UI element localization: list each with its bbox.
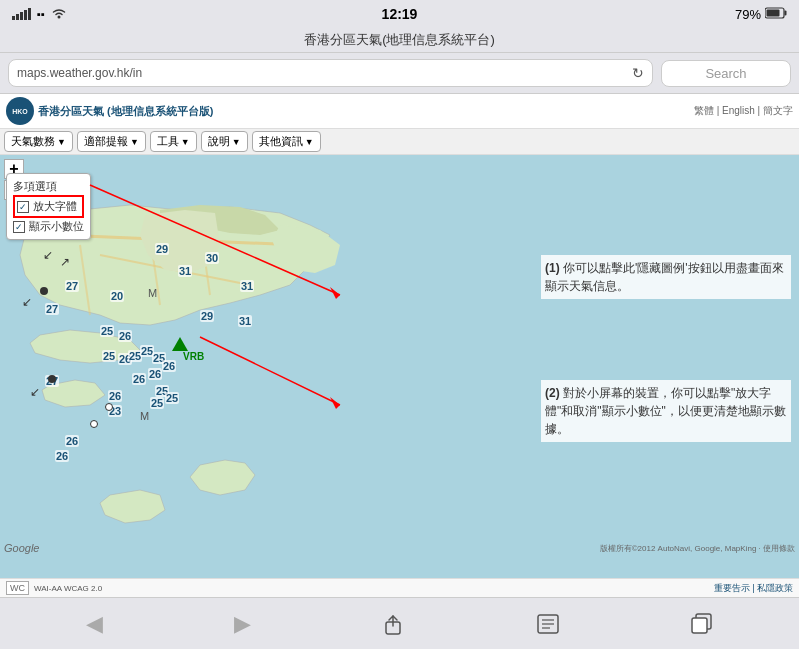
annotation-2-label: (2) <box>545 386 560 400</box>
svg-rect-31 <box>692 618 707 633</box>
station-dot-1 <box>40 287 48 295</box>
tools-arrow: ▼ <box>181 137 190 147</box>
large-font-item[interactable]: ✓ 放大字體 <box>13 195 84 218</box>
signal-bars <box>12 8 31 20</box>
share-button[interactable] <box>382 612 404 636</box>
map-background <box>0 155 799 578</box>
status-bar: ▪▪ 12:19 79% <box>0 0 799 28</box>
temp-31-2: 31 <box>240 280 254 292</box>
temp-30-1: 30 <box>205 252 219 264</box>
website-header: HKO 香港分區天氣 (地理信息系統平台版) 繁體 | English | 簡文… <box>0 94 799 129</box>
bookmark-button[interactable] <box>536 613 560 635</box>
search-input[interactable]: Search <box>661 60 791 87</box>
status-time: 12:19 <box>382 6 418 22</box>
station-dot-4 <box>48 375 56 383</box>
temp-31-3: 31 <box>238 315 252 327</box>
phone-frame: ▪▪ 12:19 79% 香港分區天氣( <box>0 0 799 649</box>
map-container[interactable]: + − 多項選項 ✓ 放大字體 ✓ 顯示小數位 29 31 30 <box>0 155 799 578</box>
hide-decimals-checkbox[interactable]: ✓ <box>13 221 25 233</box>
station-dot-2 <box>90 420 98 428</box>
forward-button[interactable]: ▶ <box>234 611 251 637</box>
large-font-label: 放大字體 <box>33 199 77 214</box>
m-label-2: M <box>140 410 149 422</box>
copyright-text: 版權所有©2012 AutoNavi, Google, MapKing · 使用… <box>600 543 795 554</box>
annotation-1-text: 你可以點擊此'隱藏圖例'按鈕以用盡畫面來顯示天氣信息。 <box>545 261 784 293</box>
annotation-1-label: (1) <box>545 261 560 275</box>
signal-bar-3 <box>20 12 23 20</box>
toolbar-nav-map[interactable]: 適部提報 ▼ <box>77 131 146 152</box>
m-label-1: M <box>148 287 157 299</box>
back-icon: ◀ <box>86 611 103 637</box>
bookmark-icon <box>536 613 560 635</box>
legend-dropdown[interactable]: 多項選項 ✓ 放大字體 ✓ 顯示小數位 <box>6 173 91 240</box>
lang-links[interactable]: 繁體 | English | 簡文字 <box>694 104 793 118</box>
explain-arrow: ▼ <box>232 137 241 147</box>
status-right: 79% <box>735 7 787 22</box>
battery-percentage: 79% <box>735 7 761 22</box>
address-text: maps.weather.gov.hk/in <box>17 66 142 80</box>
tabs-button[interactable] <box>691 613 713 635</box>
hide-decimals-item[interactable]: ✓ 顯示小數位 <box>13 219 84 234</box>
wc-logo-text: WC <box>10 583 25 593</box>
battery-icon <box>765 7 787 22</box>
wind-arrow-3: ↗ <box>60 255 70 269</box>
temp-27-1: 27 <box>65 280 79 292</box>
temp-26-7: 26 <box>55 450 69 462</box>
temp-29-2: 29 <box>200 310 214 322</box>
hk-obs-logo: HKO 香港分區天氣 (地理信息系統平台版) <box>6 97 213 125</box>
temp-25-1: 25 <box>100 325 114 337</box>
green-triangle <box>172 337 188 351</box>
wind-arrow-4: ↙ <box>30 385 40 399</box>
status-left: ▪▪ <box>12 7 67 22</box>
footer-logo-area: WC WAI-AA WCAG 2.0 <box>6 581 102 595</box>
forward-icon: ▶ <box>234 611 251 637</box>
temp-26-5: 26 <box>132 373 146 385</box>
station-dot-3 <box>105 403 113 411</box>
toolbar-other-info[interactable]: 其他資訊 ▼ <box>252 131 321 152</box>
weather-data-arrow: ▼ <box>57 137 66 147</box>
browser-title-bar: 香港分區天氣(地理信息系統平台) <box>0 28 799 53</box>
search-placeholder: Search <box>705 66 746 81</box>
annotation-1: (1) 你可以點擊此'隱藏圖例'按鈕以用盡畫面來顯示天氣信息。 <box>541 255 791 299</box>
signal-bar-2 <box>16 14 19 20</box>
temp-26-4: 26 <box>148 368 162 380</box>
temp-29-1: 29 <box>155 243 169 255</box>
tabs-icon <box>691 613 713 635</box>
temp-26-1: 26 <box>118 330 132 342</box>
temp-31-1: 31 <box>178 265 192 277</box>
explain-label: 說明 <box>208 134 230 149</box>
signal-bar-4 <box>24 10 27 20</box>
logo-icon: HKO <box>6 97 34 125</box>
hide-decimals-label: 顯示小數位 <box>29 219 84 234</box>
website-footer: WC WAI-AA WCAG 2.0 重要告示 | 私隱政策 <box>0 578 799 597</box>
address-bar: maps.weather.gov.hk/in ↻ Search <box>0 53 799 94</box>
main-content: HKO 香港分區天氣 (地理信息系統平台版) 繁體 | English | 簡文… <box>0 94 799 597</box>
browser-bottom-bar: ◀ ▶ <box>0 597 799 649</box>
annotation-2-text: 對於小屏幕的裝置，你可以點擊"放大字體"和取消"顯示小數位"，以便更清楚地顯示數… <box>545 386 786 436</box>
address-input-container[interactable]: maps.weather.gov.hk/in ↻ <box>8 59 653 87</box>
temp-25-2: 25 <box>102 350 116 362</box>
toolbar-tools[interactable]: 工具 ▼ <box>150 131 197 152</box>
google-logo: Google <box>4 542 39 554</box>
temp-20: 20 <box>110 290 124 302</box>
annotation-2: (2) 對於小屏幕的裝置，你可以點擊"放大字體"和取消"顯示小數位"，以便更清楚… <box>541 380 791 442</box>
svg-point-0 <box>57 15 60 18</box>
toolbar-weather-data[interactable]: 天氣數務 ▼ <box>4 131 73 152</box>
footer-links[interactable]: 重要告示 | 私隱政策 <box>714 582 793 595</box>
back-button[interactable]: ◀ <box>86 611 103 637</box>
tools-label: 工具 <box>157 134 179 149</box>
nav-map-label: 適部提報 <box>84 134 128 149</box>
nav-map-arrow: ▼ <box>130 137 139 147</box>
temp-26-6: 26 <box>108 390 122 402</box>
other-info-arrow: ▼ <box>305 137 314 147</box>
site-title-text: 香港分區天氣 (地理信息系統平台版) <box>38 104 213 119</box>
temp-25-8: 25 <box>150 397 164 409</box>
toolbar-explain[interactable]: 說明 ▼ <box>201 131 248 152</box>
large-font-checkbox[interactable]: ✓ <box>17 201 29 213</box>
reload-button[interactable]: ↻ <box>632 65 644 81</box>
signal-bar-5 <box>28 8 31 20</box>
svg-text:HKO: HKO <box>12 108 28 115</box>
temp-26-3: 26 <box>162 360 176 372</box>
wcag-text: WAI-AA WCAG 2.0 <box>34 584 102 593</box>
svg-rect-2 <box>785 10 787 15</box>
